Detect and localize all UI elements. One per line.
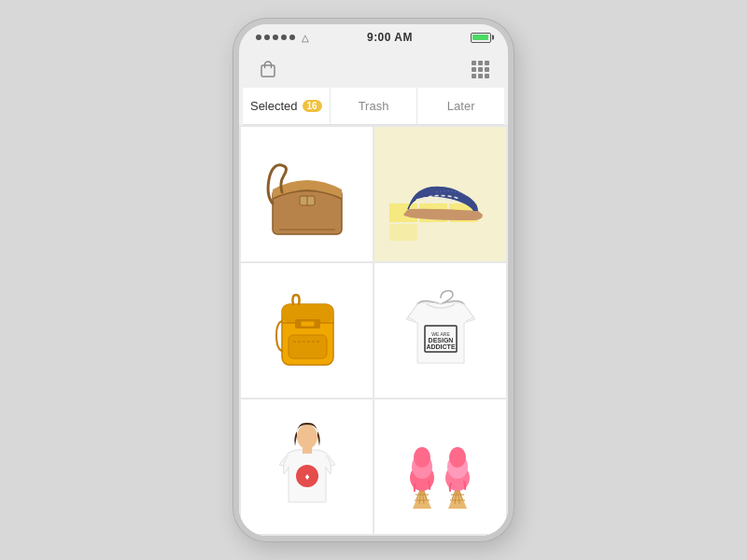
tab-trash-label: Trash <box>359 99 389 113</box>
svg-point-23 <box>297 425 317 449</box>
yellow-backpack-image <box>256 284 359 377</box>
product-item-2[interactable] <box>374 127 506 261</box>
svg-rect-0 <box>261 65 275 77</box>
brown-bag-image <box>256 147 359 241</box>
grid-dot <box>478 61 483 65</box>
design-tshirt-image: WE ARE DESIGN ADDICTE <box>389 284 492 377</box>
svg-text:DESIGN: DESIGN <box>428 337 453 343</box>
signal-dot-4 <box>281 35 287 40</box>
product-item-5[interactable]: ♦ <box>241 399 373 534</box>
svg-text:ADDICTE: ADDICTE <box>426 343 455 350</box>
signal-dot-1 <box>256 35 261 40</box>
grid-dot <box>485 61 489 65</box>
svg-rect-10 <box>389 224 417 241</box>
svg-rect-17 <box>289 335 327 358</box>
svg-rect-16 <box>301 321 315 327</box>
tab-bar: Selected 16 Trash Later <box>243 88 504 125</box>
grid-menu-icon[interactable] <box>472 61 489 78</box>
content-area: Selected 16 Trash Later <box>239 88 508 536</box>
tab-selected[interactable]: Selected 16 <box>243 88 331 124</box>
tab-later[interactable]: Later <box>417 88 504 124</box>
ice-cream-image <box>389 420 492 513</box>
tab-selected-badge: 16 <box>303 100 322 112</box>
product-item-1[interactable] <box>241 127 373 261</box>
signal-indicators: △ <box>256 33 309 43</box>
svg-rect-24 <box>303 446 312 454</box>
product-item-3[interactable] <box>241 263 373 398</box>
status-time: 9:00 AM <box>367 31 413 44</box>
tab-selected-label: Selected <box>250 99 298 113</box>
svg-point-35 <box>414 447 430 468</box>
signal-dot-5 <box>289 35 295 40</box>
tab-later-label: Later <box>447 99 475 113</box>
product-item-6[interactable] <box>374 399 506 534</box>
grid-dot <box>472 61 476 65</box>
svg-point-44 <box>449 447 466 468</box>
product-item-4[interactable]: WE ARE DESIGN ADDICTE <box>374 263 506 398</box>
tab-trash[interactable]: Trash <box>331 88 418 124</box>
svg-text:♦: ♦ <box>304 471 309 482</box>
grid-dot <box>472 74 476 78</box>
battery-fill <box>472 35 488 40</box>
battery-icon <box>471 33 491 43</box>
girl-tshirt-image: ♦ <box>256 420 359 513</box>
grid-dot <box>472 67 476 72</box>
grid-dot <box>478 74 483 78</box>
status-bar: △ 9:00 AM <box>239 24 508 50</box>
grid-dot <box>485 67 489 72</box>
phone-frame: △ 9:00 AM <box>233 19 514 541</box>
signal-dot-3 <box>273 35 278 40</box>
nav-bar <box>239 50 508 88</box>
grid-dot <box>478 67 483 72</box>
blue-shoe-image <box>389 147 492 241</box>
grid-dot <box>485 74 489 78</box>
shopping-bag-icon[interactable] <box>258 59 278 79</box>
wifi-icon: △ <box>302 33 309 43</box>
battery-indicator <box>471 33 491 43</box>
product-grid: WE ARE DESIGN ADDICTE <box>239 125 508 536</box>
signal-dot-2 <box>264 35 270 40</box>
